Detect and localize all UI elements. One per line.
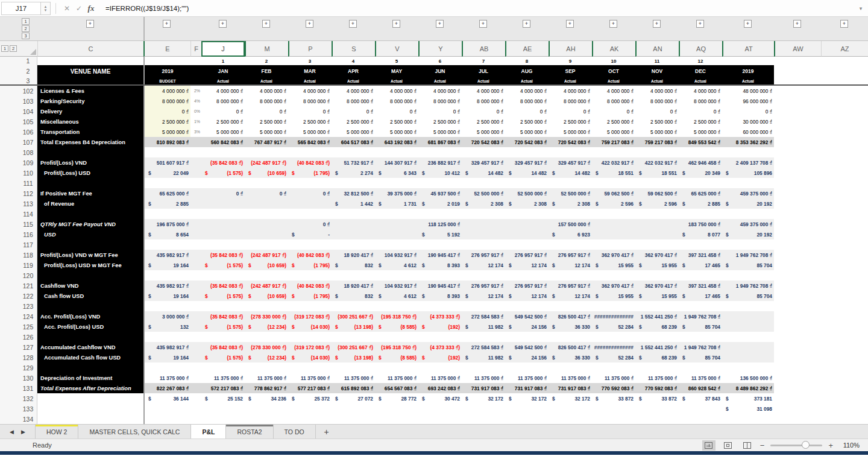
cell[interactable]: 39 375 000 ₫ xyxy=(375,188,418,198)
cell[interactable]: $2 308 xyxy=(462,198,505,209)
outline-level-button[interactable]: 1 xyxy=(1,45,8,52)
cell[interactable]: 0 ₫ xyxy=(592,106,635,116)
cell[interactable]: 7 xyxy=(462,57,505,65)
cell[interactable] xyxy=(288,404,332,414)
cell[interactable] xyxy=(462,332,505,342)
cell[interactable] xyxy=(821,178,868,188)
cell[interactable]: $1 731 xyxy=(375,198,418,209)
cell[interactable] xyxy=(722,270,774,280)
cell[interactable] xyxy=(418,332,462,342)
cell[interactable]: $832 xyxy=(332,260,375,270)
cell[interactable] xyxy=(190,77,201,84)
cell[interactable]: 501 607 917 ₫ xyxy=(143,157,190,168)
cell[interactable]: Actual xyxy=(722,77,774,84)
cell[interactable] xyxy=(418,363,462,373)
cell[interactable]: 8 000 000 ₫ xyxy=(201,96,245,106)
cell[interactable] xyxy=(774,260,821,270)
cell[interactable] xyxy=(245,219,288,229)
cell[interactable]: 8 000 000 ₫ xyxy=(635,96,679,106)
cell[interactable]: BUDGET xyxy=(143,77,190,84)
outline-expand-button[interactable]: + xyxy=(163,20,171,28)
cell[interactable]: $15 955 xyxy=(592,291,635,301)
cell[interactable]: $6 343 xyxy=(375,168,418,178)
cell[interactable]: 45 937 500 ₫ xyxy=(418,188,462,198)
cell[interactable] xyxy=(774,106,821,116)
cell[interactable]: 4 000 000 ₫ xyxy=(143,86,190,96)
cell[interactable]: 654 567 083 ₫ xyxy=(375,383,418,393)
cell[interactable] xyxy=(505,229,549,239)
cell[interactable]: 810 892 083 ₫ xyxy=(143,137,190,147)
cell[interactable]: 60 000 000 ₫ xyxy=(722,127,774,137)
cell[interactable] xyxy=(774,57,821,65)
cell[interactable] xyxy=(201,404,245,414)
column-header-M[interactable]: M xyxy=(245,41,288,57)
cell[interactable] xyxy=(592,414,635,424)
cell[interactable]: ############## xyxy=(592,311,635,321)
cell[interactable]: $25 372 xyxy=(288,393,332,404)
normal-view-icon[interactable] xyxy=(702,440,715,451)
outline-expand-button[interactable]: + xyxy=(262,20,270,28)
cell[interactable] xyxy=(679,147,722,157)
outline-expand-button[interactable]: + xyxy=(523,20,530,28)
cell[interactable] xyxy=(821,157,868,168)
cell[interactable] xyxy=(821,127,868,137)
cell[interactable]: 767 487 917 ₫ xyxy=(245,137,288,147)
cell[interactable] xyxy=(774,414,821,424)
cell[interactable] xyxy=(635,239,679,250)
cell[interactable]: 565 842 083 ₫ xyxy=(288,137,332,147)
cell[interactable]: 731 917 083 ₫ xyxy=(462,383,505,393)
row-label[interactable]: Profit/(Loss) VND w MGT Fee xyxy=(37,250,143,260)
cell[interactable] xyxy=(190,137,201,147)
row-header-114[interactable]: 114 xyxy=(19,209,37,219)
row-header-125[interactable]: 125 xyxy=(19,321,37,332)
cell[interactable] xyxy=(592,363,635,373)
cell[interactable]: 4 000 000 ₫ xyxy=(245,86,288,96)
cell[interactable]: 2 500 000 ₫ xyxy=(592,116,635,127)
cell[interactable]: 1% xyxy=(190,116,201,127)
cell[interactable]: 11 375 000 ₫ xyxy=(288,373,332,383)
cell[interactable]: $14 482 xyxy=(505,168,549,178)
tab-scroll-right-icon[interactable]: ▶ xyxy=(21,429,25,435)
cell[interactable]: 11 xyxy=(635,57,679,65)
cell[interactable]: 2 500 000 ₫ xyxy=(679,116,722,127)
cell[interactable] xyxy=(190,404,201,414)
cell[interactable]: 59 062 500 ₫ xyxy=(592,188,635,198)
cell[interactable] xyxy=(462,363,505,373)
cell[interactable]: 276 957 917 ₫ xyxy=(462,280,505,291)
cell[interactable] xyxy=(592,332,635,342)
cell[interactable] xyxy=(722,414,774,424)
row-label[interactable] xyxy=(37,270,143,280)
cell[interactable]: $8 393 xyxy=(418,291,462,301)
cell[interactable] xyxy=(190,250,201,260)
cell[interactable] xyxy=(549,270,592,280)
row-header-121[interactable]: 121 xyxy=(19,280,37,291)
cell[interactable]: 8 xyxy=(505,57,549,65)
outline-expand-button[interactable]: + xyxy=(86,20,94,28)
cell[interactable]: 11 375 000 ₫ xyxy=(418,373,462,383)
cell[interactable] xyxy=(592,178,635,188)
cell[interactable] xyxy=(821,291,868,301)
cell[interactable]: 144 307 917 ₫ xyxy=(375,157,418,168)
cell[interactable] xyxy=(143,239,190,250)
cell[interactable]: 362 970 417 ₫ xyxy=(635,250,679,260)
cell[interactable]: 8 000 000 ₫ xyxy=(143,96,190,106)
cell[interactable]: DEC xyxy=(679,65,722,77)
cell[interactable]: 560 842 083 ₫ xyxy=(201,137,245,147)
cell[interactable]: 4 000 000 ₫ xyxy=(679,86,722,96)
cell[interactable]: $(10 659) xyxy=(245,168,288,178)
cell[interactable] xyxy=(462,404,505,414)
outline-level-button[interactable]: 2 xyxy=(22,25,30,32)
cell[interactable]: $24 156 xyxy=(505,352,549,363)
cell[interactable] xyxy=(549,209,592,219)
cell[interactable]: 0 ₫ xyxy=(288,106,332,116)
cell[interactable] xyxy=(143,270,190,280)
row-label[interactable]: Cashflow VND xyxy=(37,280,143,291)
cell[interactable]: $8 393 xyxy=(418,260,462,270)
row-header-124[interactable]: 124 xyxy=(19,311,37,321)
outline-expand-button[interactable]: + xyxy=(793,20,801,28)
outline-expand-button[interactable]: + xyxy=(349,20,357,28)
row-label[interactable] xyxy=(37,393,143,404)
cell[interactable] xyxy=(418,239,462,250)
cell[interactable] xyxy=(143,414,190,424)
cell[interactable] xyxy=(774,239,821,250)
